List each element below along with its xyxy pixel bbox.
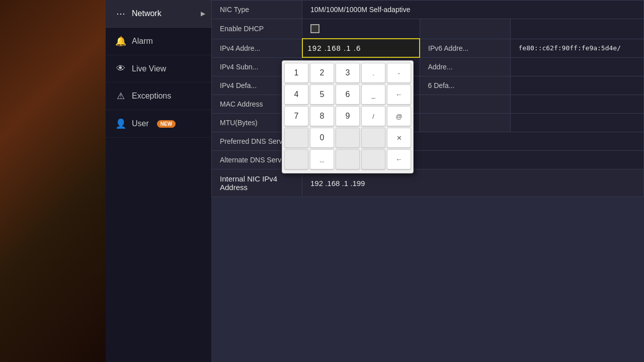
numpad-key-empty2 — [336, 128, 360, 148]
ipv6-default-label: 6 Defa... — [420, 76, 510, 95]
alternate-dns-row: Alternate DNS Server 192.168.1.99 — [212, 151, 644, 169]
numpad-key-empty5 — [336, 149, 360, 169]
nic-type-value: 10M/100M/1000M Self-adaptive — [302, 1, 644, 19]
numpad-key-9[interactable]: 9 — [336, 106, 360, 126]
sidebar-item-exceptions[interactable]: ⚠ Exceptions — [106, 82, 211, 110]
ipv6-addr2-label: Addre... — [420, 57, 510, 76]
sidebar-item-liveview[interactable]: 👁 Live View — [106, 55, 211, 82]
numpad-row-1: 1 2 3 . - — [284, 63, 411, 83]
mtu-col4 — [510, 114, 644, 132]
nic-type-label: NIC Type — [212, 1, 302, 19]
mac-col4 — [510, 95, 644, 114]
numpad-key-4[interactable]: 4 — [284, 84, 308, 105]
numpad-row-3: 7 8 9 / @ — [284, 106, 411, 126]
ipv6-addr2-value — [510, 57, 644, 76]
ipv4-addr-display: 192 .168 .1 .6 — [308, 44, 361, 52]
camera-background — [0, 0, 106, 362]
sidebar: ⋯ Network 🔔 Alarm 👁 Live View ⚠ Exceptio… — [106, 0, 211, 362]
ipv6-addr-label — [420, 19, 510, 39]
numpad-key-x[interactable]: ✕ — [387, 128, 411, 148]
sidebar-item-network[interactable]: ⋯ Network — [106, 0, 211, 28]
preferred-dns-row: Preferred DNS Server 192.168.1.1 — [212, 132, 644, 151]
sidebar-label-user: User — [132, 119, 149, 128]
numpad-key-empty1 — [284, 128, 308, 148]
ipv6-addr-label2: IPv6 Addre... — [420, 39, 510, 57]
network-icon: ⋯ — [115, 8, 127, 19]
ipv4-subnet-row: IPv4 Subn... Addre... — [212, 57, 644, 76]
numpad-key-5[interactable]: 5 — [310, 84, 334, 105]
ipv6-addr-value — [510, 19, 644, 39]
nic-type-row: NIC Type 10M/100M/1000M Self-adaptive — [212, 1, 644, 19]
numpad-key-backspace1[interactable]: ← — [387, 84, 411, 105]
numpad-row-5: ⎵ ← — [284, 149, 411, 169]
numpad-row-2: 4 5 6 _ ← — [284, 84, 411, 105]
numpad-key-space[interactable]: ⎵ — [310, 149, 334, 169]
sidebar-label-alarm: Alarm — [132, 37, 153, 46]
alarm-icon: 🔔 — [115, 36, 127, 47]
enable-dhcp-value — [302, 19, 420, 39]
mac-address-row: MAC Address — [212, 95, 644, 114]
internal-nic-row: Internal NIC IPv4 Address 192 .168 .1 .1… — [212, 169, 644, 197]
numpad-key-backspace2[interactable]: ← — [387, 149, 411, 169]
sidebar-label-exceptions: Exceptions — [132, 92, 171, 101]
mac-col3 — [420, 95, 510, 114]
numpad-key-underscore[interactable]: _ — [361, 84, 385, 105]
numpad-overlay: 1 2 3 . - 4 5 6 _ ← 7 8 9 / @ — [282, 60, 414, 173]
sidebar-label-liveview: Live View — [132, 64, 166, 73]
sidebar-label-network: Network — [132, 9, 162, 18]
content-wrapper: NIC Type 10M/100M/1000M Self-adaptive En… — [211, 0, 644, 362]
ipv4-addr-row: IPv4 Addre... 192 .168 .1 .6 IPv6 Addre.… — [212, 39, 644, 57]
numpad-key-slash[interactable]: / — [361, 106, 385, 126]
ipv4-default-row: IPv4 Defa... 6 Defa... — [212, 76, 644, 95]
dhcp-checkbox[interactable] — [310, 24, 319, 33]
numpad-key-7[interactable]: 7 — [284, 106, 308, 126]
numpad-key-at[interactable]: @ — [387, 106, 411, 126]
numpad-key-6[interactable]: 6 — [336, 84, 360, 105]
ipv4-addr-label: IPv4 Addre... — [212, 39, 302, 57]
ipv4-addr-input-cell[interactable]: 192 .168 .1 .6 — [302, 39, 420, 57]
numpad-key-minus[interactable]: - — [387, 63, 411, 83]
dhcp-checkbox-container — [310, 24, 412, 33]
numpad-key-3[interactable]: 3 — [336, 63, 360, 83]
numpad-key-2[interactable]: 2 — [310, 63, 334, 83]
numpad-key-8[interactable]: 8 — [310, 106, 334, 126]
numpad-key-dot[interactable]: . — [361, 63, 385, 83]
ipv6-addr-value2: fe80::c62f:90ff:fe9a:5d4e/ — [510, 39, 644, 57]
sidebar-item-alarm[interactable]: 🔔 Alarm — [106, 28, 211, 55]
mtu-col3 — [420, 114, 510, 132]
numpad-key-0[interactable]: 0 — [310, 128, 334, 148]
enable-dhcp-label: Enable DHCP — [212, 19, 302, 39]
main-content: NIC Type 10M/100M/1000M Self-adaptive En… — [211, 0, 644, 362]
enable-dhcp-row: Enable DHCP — [212, 19, 644, 39]
person-icon: 👤 — [115, 118, 127, 129]
settings-table: NIC Type 10M/100M/1000M Self-adaptive En… — [211, 0, 644, 197]
eye-icon: 👁 — [115, 63, 127, 74]
numpad-row-4: 0 ✕ — [284, 128, 411, 148]
ipv6-default-value — [510, 76, 644, 95]
mtu-row: MTU(Bytes) — [212, 114, 644, 132]
numpad-key-empty6 — [361, 149, 385, 169]
numpad-key-empty4 — [284, 149, 308, 169]
new-badge: NEW — [157, 120, 176, 128]
numpad-key-1[interactable]: 1 — [284, 63, 308, 83]
sidebar-item-user[interactable]: 👤 User NEW — [106, 110, 211, 138]
numpad-key-empty3 — [361, 128, 385, 148]
warning-icon: ⚠ — [115, 90, 127, 102]
